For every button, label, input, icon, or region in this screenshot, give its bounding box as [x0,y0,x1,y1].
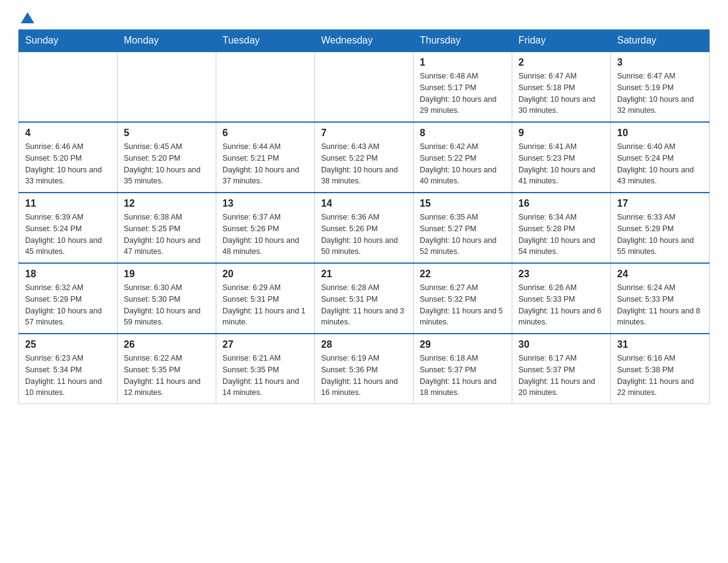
day-of-week-header: Saturday [611,30,710,52]
day-number: 27 [222,339,308,350]
calendar-cell [216,52,315,122]
day-info: Sunrise: 6:34 AM Sunset: 5:28 PM Dayligh… [518,212,604,258]
day-info: Sunrise: 6:28 AM Sunset: 5:31 PM Dayligh… [321,282,407,328]
calendar-cell: 24Sunrise: 6:24 AM Sunset: 5:33 PM Dayli… [611,263,710,334]
day-number: 8 [420,128,506,139]
day-number: 20 [222,269,308,280]
calendar-cell: 23Sunrise: 6:26 AM Sunset: 5:33 PM Dayli… [512,263,611,334]
page-header [18,12,710,23]
day-info: Sunrise: 6:38 AM Sunset: 5:25 PM Dayligh… [124,212,210,258]
day-info: Sunrise: 6:26 AM Sunset: 5:33 PM Dayligh… [518,282,604,328]
logo-triangle-icon [21,12,34,23]
day-number: 1 [420,57,506,68]
day-info: Sunrise: 6:36 AM Sunset: 5:26 PM Dayligh… [321,212,407,258]
calendar-cell: 25Sunrise: 6:23 AM Sunset: 5:34 PM Dayli… [19,334,118,404]
day-info: Sunrise: 6:45 AM Sunset: 5:20 PM Dayligh… [124,141,210,187]
day-info: Sunrise: 6:44 AM Sunset: 5:21 PM Dayligh… [222,141,308,187]
day-info: Sunrise: 6:40 AM Sunset: 5:24 PM Dayligh… [617,141,703,187]
calendar-cell: 17Sunrise: 6:33 AM Sunset: 5:29 PM Dayli… [611,193,710,263]
calendar-week-row: 25Sunrise: 6:23 AM Sunset: 5:34 PM Dayli… [19,334,710,404]
calendar-cell: 2Sunrise: 6:47 AM Sunset: 5:18 PM Daylig… [512,52,611,122]
day-number: 24 [617,269,703,280]
day-info: Sunrise: 6:27 AM Sunset: 5:32 PM Dayligh… [420,282,506,328]
calendar-week-row: 18Sunrise: 6:32 AM Sunset: 5:29 PM Dayli… [19,263,710,334]
day-number: 14 [321,198,407,209]
calendar-cell [315,52,414,122]
svg-marker-0 [21,12,34,23]
calendar-cell: 29Sunrise: 6:18 AM Sunset: 5:37 PM Dayli… [414,334,512,404]
calendar-cell: 10Sunrise: 6:40 AM Sunset: 5:24 PM Dayli… [611,122,710,193]
day-number: 2 [518,57,604,68]
day-number: 9 [518,128,604,139]
day-info: Sunrise: 6:47 AM Sunset: 5:19 PM Dayligh… [617,71,703,117]
calendar-cell: 12Sunrise: 6:38 AM Sunset: 5:25 PM Dayli… [118,193,216,263]
calendar-cell: 20Sunrise: 6:29 AM Sunset: 5:31 PM Dayli… [216,263,315,334]
calendar-cell: 13Sunrise: 6:37 AM Sunset: 5:26 PM Dayli… [216,193,315,263]
day-number: 3 [617,57,703,68]
day-number: 19 [124,269,210,280]
calendar-table: SundayMondayTuesdayWednesdayThursdayFrid… [18,29,710,404]
day-info: Sunrise: 6:29 AM Sunset: 5:31 PM Dayligh… [222,282,308,328]
day-number: 28 [321,339,407,350]
day-number: 25 [25,339,111,350]
day-of-week-header: Sunday [19,30,118,52]
calendar-cell: 5Sunrise: 6:45 AM Sunset: 5:20 PM Daylig… [118,122,216,193]
day-number: 31 [617,339,703,350]
calendar-week-row: 4Sunrise: 6:46 AM Sunset: 5:20 PM Daylig… [19,122,710,193]
day-info: Sunrise: 6:39 AM Sunset: 5:24 PM Dayligh… [25,212,111,258]
day-number: 21 [321,269,407,280]
calendar-cell: 16Sunrise: 6:34 AM Sunset: 5:28 PM Dayli… [512,193,611,263]
day-number: 26 [124,339,210,350]
day-info: Sunrise: 6:47 AM Sunset: 5:18 PM Dayligh… [518,71,604,117]
calendar-cell: 8Sunrise: 6:42 AM Sunset: 5:22 PM Daylig… [414,122,512,193]
day-number: 4 [25,128,111,139]
calendar-cell: 26Sunrise: 6:22 AM Sunset: 5:35 PM Dayli… [118,334,216,404]
calendar-cell: 7Sunrise: 6:43 AM Sunset: 5:22 PM Daylig… [315,122,414,193]
day-number: 5 [124,128,210,139]
calendar-cell: 6Sunrise: 6:44 AM Sunset: 5:21 PM Daylig… [216,122,315,193]
calendar-cell: 9Sunrise: 6:41 AM Sunset: 5:23 PM Daylig… [512,122,611,193]
day-info: Sunrise: 6:48 AM Sunset: 5:17 PM Dayligh… [420,71,506,117]
calendar-cell: 27Sunrise: 6:21 AM Sunset: 5:35 PM Dayli… [216,334,315,404]
day-info: Sunrise: 6:35 AM Sunset: 5:27 PM Dayligh… [420,212,506,258]
calendar-cell [19,52,118,122]
day-number: 13 [222,198,308,209]
calendar-cell: 22Sunrise: 6:27 AM Sunset: 5:32 PM Dayli… [414,263,512,334]
day-number: 11 [25,198,111,209]
day-info: Sunrise: 6:23 AM Sunset: 5:34 PM Dayligh… [25,353,111,399]
day-number: 30 [518,339,604,350]
calendar-cell: 18Sunrise: 6:32 AM Sunset: 5:29 PM Dayli… [19,263,118,334]
day-info: Sunrise: 6:19 AM Sunset: 5:36 PM Dayligh… [321,353,407,399]
day-of-week-header: Thursday [414,30,512,52]
calendar-cell: 15Sunrise: 6:35 AM Sunset: 5:27 PM Dayli… [414,193,512,263]
calendar-cell: 28Sunrise: 6:19 AM Sunset: 5:36 PM Dayli… [315,334,414,404]
day-info: Sunrise: 6:22 AM Sunset: 5:35 PM Dayligh… [124,353,210,399]
calendar-week-row: 1Sunrise: 6:48 AM Sunset: 5:17 PM Daylig… [19,52,710,122]
day-of-week-header: Monday [118,30,216,52]
day-info: Sunrise: 6:32 AM Sunset: 5:29 PM Dayligh… [25,282,111,328]
day-number: 29 [420,339,506,350]
calendar-cell: 21Sunrise: 6:28 AM Sunset: 5:31 PM Dayli… [315,263,414,334]
day-of-week-header: Friday [512,30,611,52]
day-number: 18 [25,269,111,280]
calendar-header-row: SundayMondayTuesdayWednesdayThursdayFrid… [19,30,710,52]
day-number: 6 [222,128,308,139]
calendar-cell: 31Sunrise: 6:16 AM Sunset: 5:38 PM Dayli… [611,334,710,404]
day-number: 16 [518,198,604,209]
day-info: Sunrise: 6:33 AM Sunset: 5:29 PM Dayligh… [617,212,703,258]
day-of-week-header: Tuesday [216,30,315,52]
day-number: 17 [617,198,703,209]
day-info: Sunrise: 6:18 AM Sunset: 5:37 PM Dayligh… [420,353,506,399]
logo [18,12,34,23]
day-info: Sunrise: 6:43 AM Sunset: 5:22 PM Dayligh… [321,141,407,187]
calendar-cell: 1Sunrise: 6:48 AM Sunset: 5:17 PM Daylig… [414,52,512,122]
calendar-week-row: 11Sunrise: 6:39 AM Sunset: 5:24 PM Dayli… [19,193,710,263]
calendar-cell [118,52,216,122]
day-info: Sunrise: 6:24 AM Sunset: 5:33 PM Dayligh… [617,282,703,328]
calendar-cell: 30Sunrise: 6:17 AM Sunset: 5:37 PM Dayli… [512,334,611,404]
calendar-cell: 19Sunrise: 6:30 AM Sunset: 5:30 PM Dayli… [118,263,216,334]
day-number: 15 [420,198,506,209]
day-number: 22 [420,269,506,280]
calendar-cell: 3Sunrise: 6:47 AM Sunset: 5:19 PM Daylig… [611,52,710,122]
day-info: Sunrise: 6:42 AM Sunset: 5:22 PM Dayligh… [420,141,506,187]
